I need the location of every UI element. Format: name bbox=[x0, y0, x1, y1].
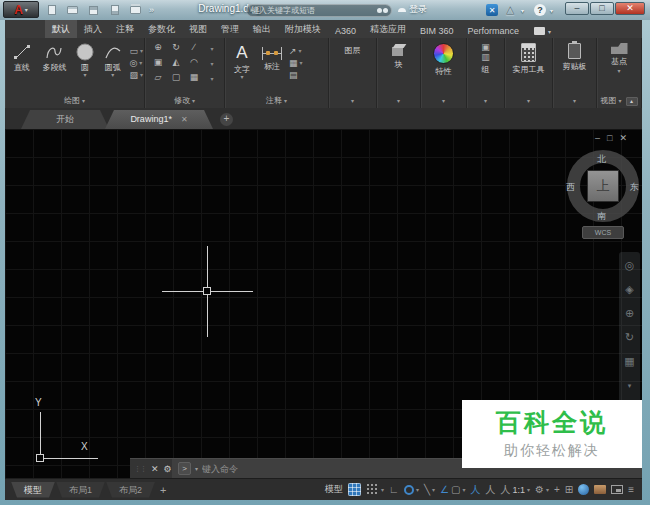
plot-button[interactable] bbox=[128, 3, 143, 17]
panel-annotation-footer[interactable]: 注释 ▾ bbox=[225, 95, 328, 108]
showmotion-icon[interactable]: ▦ bbox=[624, 356, 634, 367]
utilities-button[interactable]: 实用工具 bbox=[505, 38, 552, 75]
close-button[interactable]: ✕ bbox=[615, 2, 645, 15]
polar-tracking-toggle[interactable]: ▾ bbox=[404, 485, 419, 495]
customize-icon[interactable]: ⚙ bbox=[164, 464, 172, 474]
tab-home[interactable]: 默认 bbox=[45, 20, 77, 38]
layout-tab-model[interactable]: 模型 bbox=[11, 482, 55, 498]
object-snap-toggle[interactable]: ∠▢▾ bbox=[440, 484, 465, 496]
group-button[interactable]: ▣▥ 组 bbox=[467, 38, 504, 75]
panel-group-footer[interactable]: ▾ bbox=[467, 95, 504, 108]
properties-button[interactable]: 特性 bbox=[421, 38, 466, 77]
ortho-toggle-icon[interactable]: ∟ bbox=[389, 484, 399, 496]
viewcube-top-face[interactable]: 上 bbox=[587, 170, 619, 202]
drawing-close-button[interactable]: ✕ bbox=[619, 133, 627, 143]
customization-menu-icon[interactable]: ≡ bbox=[628, 484, 634, 496]
panel-block-footer[interactable]: ▾ bbox=[377, 95, 420, 108]
viewcube-south[interactable]: 南 bbox=[597, 210, 606, 223]
help-button[interactable]: ? bbox=[534, 4, 546, 16]
annotation-scale-button[interactable]: 人1:1▾ bbox=[500, 484, 530, 496]
snap-toggle[interactable]: ▾ bbox=[366, 483, 384, 496]
line-button[interactable]: 直线 bbox=[7, 41, 37, 80]
tab-view[interactable]: 视图 bbox=[182, 20, 214, 38]
a360-icon[interactable]: △ bbox=[506, 3, 514, 16]
circle-button[interactable]: 圆 ▾ bbox=[72, 41, 98, 80]
panel-modify-footer[interactable]: 修改 ▾ bbox=[145, 95, 224, 108]
workspace-switching-button[interactable]: ⚙▾ bbox=[535, 484, 549, 496]
panel-draw-footer[interactable]: 绘图 ▾ bbox=[5, 95, 144, 108]
tab-featured-apps[interactable]: 精选应用 bbox=[363, 20, 413, 38]
tab-bim360[interactable]: BIM 360 bbox=[413, 23, 461, 38]
search-binoculars-icon[interactable] bbox=[377, 8, 382, 13]
base-point-button[interactable]: 基点 ▾ bbox=[597, 38, 641, 74]
new-drawing-button[interactable]: + bbox=[220, 113, 233, 126]
chevron-down-icon[interactable]: ▾ bbox=[521, 7, 524, 14]
move-tool[interactable]: ⊕ bbox=[149, 42, 167, 57]
layout-tab-layout1[interactable]: 布局1 bbox=[56, 482, 105, 498]
tab-a360[interactable]: A360 bbox=[328, 23, 363, 38]
file-tab-drawing1[interactable]: Drawing1*✕ bbox=[105, 110, 213, 129]
drawing-canvas[interactable]: – □ ✕ 北 南 西 东 上 WCS ◎ ◈ ⊕ ↻ ▦ ▾ bbox=[5, 129, 642, 478]
zoom-icon[interactable]: ⊕ bbox=[625, 308, 634, 319]
panel-utilities-footer[interactable]: ▾ bbox=[505, 95, 552, 108]
dimension-button[interactable]: 标注 bbox=[257, 41, 287, 80]
annotation-visibility-icon[interactable]: 人 bbox=[470, 484, 480, 496]
minimize-button[interactable]: – bbox=[565, 2, 589, 15]
open-file-button[interactable] bbox=[65, 3, 80, 17]
copy-tool[interactable]: ▣ bbox=[149, 57, 167, 72]
hardware-acceleration-icon[interactable] bbox=[594, 485, 606, 494]
wcs-menu-button[interactable]: WCS bbox=[582, 226, 624, 239]
clipboard-button[interactable]: 剪贴板 bbox=[553, 38, 596, 72]
orbit-icon[interactable]: ↻ bbox=[625, 332, 634, 343]
model-space-button[interactable]: 模型 bbox=[325, 483, 343, 496]
file-tab-start[interactable]: 开始 bbox=[21, 110, 109, 129]
panel-clipboard-footer[interactable]: ▾ bbox=[553, 95, 596, 108]
ucs-origin[interactable] bbox=[36, 454, 44, 462]
search-input[interactable] bbox=[251, 6, 377, 15]
save-button[interactable] bbox=[86, 3, 101, 17]
exchange-apps-button[interactable]: ✕ bbox=[486, 4, 498, 16]
ribbon-minimize-button[interactable]: ▴ bbox=[626, 97, 638, 106]
fillet-tool[interactable]: ◠ bbox=[185, 57, 203, 72]
text-button[interactable]: A 文字 ▾ bbox=[227, 41, 257, 80]
viewcube-west[interactable]: 西 bbox=[566, 181, 575, 194]
ellipse-tool[interactable]: ◎▾ bbox=[129, 58, 143, 68]
tab-output[interactable]: 输出 bbox=[246, 20, 278, 38]
drag-handle[interactable]: ⋮⋮ bbox=[134, 465, 146, 473]
leader-tool[interactable]: ↗▾ bbox=[289, 46, 303, 56]
grid-toggle-icon[interactable] bbox=[348, 483, 361, 496]
viewcube-north[interactable]: 北 bbox=[597, 153, 606, 166]
app-menu-button[interactable]: A ▾ bbox=[3, 1, 39, 18]
sign-in-button[interactable]: 登录 bbox=[398, 3, 427, 16]
close-icon[interactable]: ✕ bbox=[151, 464, 159, 474]
pan-icon[interactable]: ◈ bbox=[625, 284, 633, 295]
command-icon[interactable]: > bbox=[178, 462, 191, 475]
chevron-down-icon[interactable]: ▾ bbox=[203, 42, 221, 57]
maximize-button[interactable]: □ bbox=[590, 2, 614, 15]
panel-layers-footer[interactable]: ▾ bbox=[329, 95, 376, 108]
annotation-monitor-icon[interactable]: + bbox=[554, 484, 560, 496]
trim-tool[interactable]: ∕ bbox=[185, 42, 203, 57]
tab-addins[interactable]: 附加模块 bbox=[278, 20, 328, 38]
hatch-tool[interactable]: ▨▾ bbox=[129, 70, 143, 80]
close-tab-icon[interactable]: ✕ bbox=[181, 115, 188, 124]
stretch-tool[interactable]: ▱ bbox=[149, 72, 167, 87]
tab-insert[interactable]: 插入 bbox=[77, 20, 109, 38]
layer-properties-button[interactable]: 图层 bbox=[329, 38, 376, 56]
tab-performance[interactable]: Performance bbox=[461, 23, 527, 38]
arc-button[interactable]: 圆弧 ▾ bbox=[98, 41, 128, 80]
chevron-down-icon[interactable]: ▾ bbox=[203, 72, 221, 87]
new-layout-button[interactable]: + bbox=[160, 484, 166, 496]
sheet-button[interactable] bbox=[107, 3, 122, 17]
isometric-drafting-toggle[interactable]: ╲▾ bbox=[424, 484, 435, 496]
recent-commands-icon[interactable]: ▾ bbox=[195, 465, 198, 472]
tab-parametric[interactable]: 参数化 bbox=[141, 20, 182, 38]
quick-properties-icon[interactable]: ⊞ bbox=[565, 484, 573, 496]
chevron-down-icon[interactable]: ▾ bbox=[203, 57, 221, 72]
ribbon-display-toggle[interactable]: ▾ bbox=[534, 27, 551, 38]
markup-tool[interactable]: ▤ bbox=[289, 70, 303, 80]
clean-screen-icon[interactable] bbox=[611, 485, 623, 494]
navbar-more-icon[interactable]: ▾ bbox=[628, 380, 632, 391]
tab-manage[interactable]: 管理 bbox=[214, 20, 246, 38]
isolate-objects-icon[interactable] bbox=[578, 484, 589, 495]
